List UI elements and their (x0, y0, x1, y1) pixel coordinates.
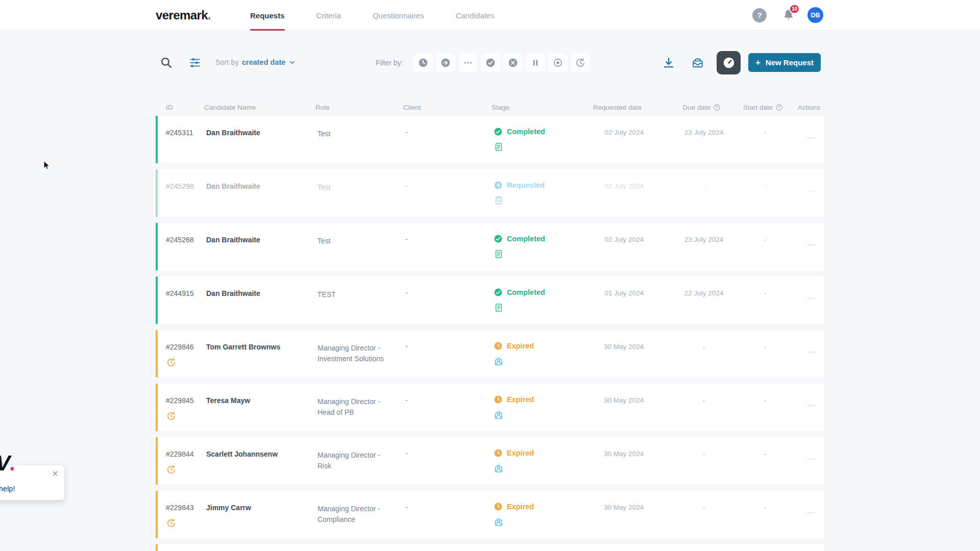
main-nav: RequestsCriteriaQuestionnairesCandidates (250, 0, 495, 31)
column-header-client: Client (403, 96, 492, 114)
envelope-icon[interactable] (494, 517, 504, 527)
table-row[interactable]: #229846Tom Garrett BrownwsManaging Direc… (156, 330, 824, 378)
cell-candidate-name: Teresa Mayw (206, 384, 317, 431)
requests-page: veremark. RequestsCriteriaQuestionnaires… (0, 0, 980, 551)
filter-sliders-icon[interactable] (188, 56, 202, 69)
cell-candidate-name: Dan Braithwaite (206, 223, 317, 270)
cell-role: TEST (317, 277, 405, 324)
report-icon[interactable] (494, 142, 504, 152)
cell-due-date: - (673, 437, 734, 485)
chevron-down-icon (288, 59, 296, 66)
table-row[interactable]: #244915Dan BraithwaiteTEST-Completed01 J… (156, 277, 824, 324)
download-icon[interactable] (662, 56, 675, 69)
notification-badge: 10 (789, 4, 800, 14)
chat-launcher-logo[interactable]: V. (0, 451, 14, 475)
cell-start-date: - (734, 169, 796, 217)
table-row[interactable]: #229844Scarlett JohannsenwManaging Direc… (156, 437, 824, 485)
cell-actions (796, 277, 826, 324)
nav-item-requests[interactable]: Requests (250, 0, 285, 31)
archive-icon[interactable] (691, 56, 705, 70)
nav-item-candidates[interactable]: Candidates (456, 0, 495, 31)
cell-start-date: - (734, 330, 796, 378)
stage-filter-group (413, 53, 590, 72)
requests-table: #245311Dan BraithwaiteTest-Completed02 J… (156, 116, 824, 551)
cell-client: - (405, 491, 494, 538)
help-button[interactable]: ? (752, 8, 767, 22)
column-label: Start date (743, 104, 773, 111)
filter-button-pause[interactable] (526, 53, 545, 72)
column-label: Stage (492, 104, 509, 111)
help-glyph: ? (757, 11, 762, 19)
pause-icon (530, 58, 541, 68)
envelope-icon[interactable] (494, 410, 504, 420)
table-row[interactable]: #245311Dan BraithwaiteTest-Completed02 J… (156, 116, 824, 163)
clock-icon (418, 58, 428, 68)
actions-menu-icon[interactable] (805, 454, 817, 465)
actions-menu-icon[interactable] (805, 186, 817, 197)
column-header-stage: Stage (492, 96, 592, 114)
cell-client: - (405, 277, 494, 324)
more-icon (463, 58, 473, 68)
actions-menu-icon[interactable] (805, 132, 817, 143)
mouse-cursor (42, 160, 52, 170)
nav-item-criteria[interactable]: Criteria (316, 0, 341, 31)
cell-start-date: - (734, 384, 796, 431)
cell-start-date: - (734, 277, 796, 324)
search-icon[interactable] (160, 56, 173, 69)
cell-start-date: - (734, 437, 796, 485)
table-row[interactable]: #245298Dan BraithwaiteTest-Requested02 J… (156, 169, 824, 217)
column-header-actions: Actions (794, 96, 824, 114)
actions-menu-icon[interactable] (805, 400, 817, 411)
actions-menu-icon[interactable] (805, 507, 817, 518)
cell-role: Managing Director - Head of PB (317, 384, 405, 431)
filter-button-clock[interactable] (413, 53, 433, 72)
request-id: #244915 (166, 289, 206, 297)
cell-due-date: - (673, 169, 734, 217)
cell-id: #244915 (158, 277, 206, 324)
completed-status-icon (494, 288, 503, 297)
cell-actions (796, 223, 826, 270)
cell-due-date: 22 July 2024 (673, 277, 734, 324)
report-icon[interactable] (494, 303, 504, 313)
eye-icon (553, 58, 563, 68)
filter-button-arrow-right[interactable] (436, 53, 455, 72)
arrow-right-icon (440, 58, 451, 68)
question-circle-icon[interactable] (775, 104, 783, 111)
column-label: Requested date (593, 104, 642, 111)
clipboard-icon[interactable] (494, 195, 504, 206)
cell-role: Managing Director - Investment Solutions (317, 330, 405, 378)
request-id: #245298 (166, 182, 206, 190)
nav-item-questionnaires[interactable]: Questionnaires (373, 0, 424, 31)
expired-status-icon (494, 341, 503, 350)
table-row-partial[interactable] (156, 544, 824, 551)
actions-menu-icon[interactable] (805, 346, 817, 358)
plus-icon: + (755, 58, 761, 68)
notifications-button[interactable]: 10 (782, 8, 796, 22)
filter-button-cross[interactable] (503, 53, 523, 72)
speed-toggle-button[interactable] (717, 51, 741, 74)
filter-button-check[interactable] (481, 53, 500, 72)
request-id: #245268 (166, 236, 206, 244)
filter-button-more[interactable] (458, 53, 478, 72)
cell-candidate-name: Dan Braithwaite (206, 116, 317, 163)
sort-dropdown[interactable]: Sort by created date (215, 58, 296, 66)
table-row[interactable]: #245268Dan BraithwaiteTest-Completed02 J… (156, 223, 824, 270)
user-avatar[interactable]: DB (807, 7, 823, 23)
stage-label: Expired (507, 503, 534, 511)
table-row[interactable]: #229843Jimmy CarrwManaging Director - Co… (156, 491, 824, 538)
cell-requested-date: 30 May 2024 (594, 330, 673, 378)
top-navigation-bar: veremark. RequestsCriteriaQuestionnaires… (0, 0, 980, 31)
cell-actions (796, 169, 826, 217)
envelope-icon[interactable] (494, 463, 504, 473)
envelope-icon[interactable] (494, 356, 504, 366)
filter-button-eye[interactable] (548, 53, 568, 72)
cell-actions (796, 116, 826, 163)
report-icon[interactable] (494, 249, 504, 259)
table-row[interactable]: #229845Teresa MaywManaging Director - He… (156, 384, 824, 431)
filter-button-history[interactable] (571, 53, 590, 72)
question-circle-icon[interactable] (713, 104, 721, 111)
actions-menu-icon[interactable] (805, 239, 817, 251)
new-request-button[interactable]: + New Request (748, 53, 821, 72)
close-icon[interactable]: × (52, 468, 58, 479)
actions-menu-icon[interactable] (805, 293, 817, 304)
